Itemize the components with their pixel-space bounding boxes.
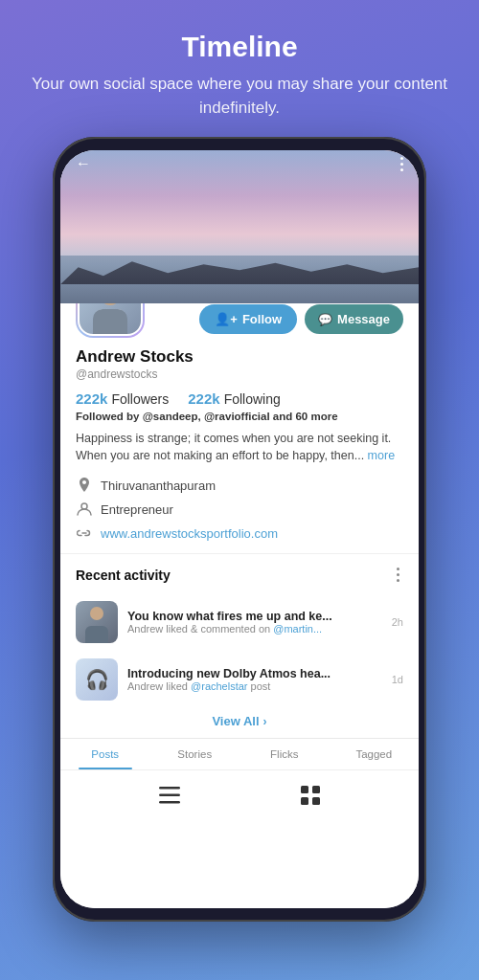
section-header: Recent activity xyxy=(76,554,403,593)
activity-title-1: You know what fires me up and ke... xyxy=(127,610,382,623)
page-header: Timeline Your own social space where you… xyxy=(0,0,479,137)
tab-posts[interactable]: Posts xyxy=(60,739,150,769)
activity-subtitle-2: Andrew liked @rachelstar post xyxy=(127,680,382,692)
avatar-head xyxy=(100,303,121,305)
action-buttons: 👤+ Follow 💬 Message xyxy=(154,304,403,334)
view-all-label: View All xyxy=(212,714,259,728)
message-button-label: Message xyxy=(337,312,390,326)
bio-text: Happiness is strange; it comes when you … xyxy=(76,432,391,463)
avatar-container xyxy=(76,303,145,338)
avatar xyxy=(78,303,143,336)
activity-time-2: 1d xyxy=(392,674,403,685)
tab-stories[interactable]: Stories xyxy=(150,739,240,769)
tp-body-1 xyxy=(85,626,108,643)
svg-rect-2 xyxy=(159,794,180,797)
occupation-text: Entrepreneur xyxy=(101,502,173,517)
stats-row: 222k Followers 222k Following xyxy=(76,390,403,407)
dot-1 xyxy=(400,157,403,160)
followers-label: Followers xyxy=(111,391,169,407)
svg-rect-6 xyxy=(301,797,308,805)
followed-by-text: Followed by @sandeep, @raviofficial and … xyxy=(76,411,338,422)
occupation-item: Entrepreneur xyxy=(76,501,403,518)
activity-thumb-1 xyxy=(76,601,118,643)
bio: Happiness is strange; it comes when you … xyxy=(76,430,403,466)
follow-button-label: Follow xyxy=(242,312,282,326)
following-label: Following xyxy=(224,391,281,407)
location-text: Thiruvananthapuram xyxy=(101,479,216,493)
status-bar: ← xyxy=(60,150,419,177)
options-dot-3 xyxy=(397,579,399,582)
activity-content-2: Introducing new Dolby Atmos hea... Andre… xyxy=(127,667,382,692)
website-item[interactable]: www.andrewstocksportfolio.com xyxy=(76,524,403,542)
followers-count: 222k xyxy=(76,390,107,407)
activity-time-1: 2h xyxy=(392,616,403,628)
tab-tagged[interactable]: Tagged xyxy=(330,739,420,769)
page-subtitle: Your own social space where you may shar… xyxy=(29,73,450,120)
activity-person-avatar-1 xyxy=(76,601,118,643)
following-stat[interactable]: 222k Following xyxy=(188,390,281,407)
tab-posts-label: Posts xyxy=(91,748,119,760)
following-count: 222k xyxy=(188,390,219,407)
cover-image: ← xyxy=(60,150,419,303)
tab-tagged-label: Tagged xyxy=(355,748,392,760)
dot-3 xyxy=(400,168,403,171)
location-item: Thiruvananthapuram xyxy=(76,477,403,494)
follow-person-icon: 👤+ xyxy=(215,312,238,326)
nav-menu-button[interactable] xyxy=(153,781,186,813)
svg-rect-5 xyxy=(312,786,320,793)
svg-rect-1 xyxy=(159,787,180,790)
tp-head-1 xyxy=(90,607,103,620)
activity-mention-1: @martin... xyxy=(273,623,322,635)
tab-flicks[interactable]: Flicks xyxy=(240,739,330,769)
options-dot-1 xyxy=(397,568,399,570)
info-list: Thiruvananthapuram Entrepreneur xyxy=(76,477,403,542)
activity-subtitle-1: Andrew liked & commented on @martin... xyxy=(127,623,382,635)
activity-thumb-2: 🎧 xyxy=(76,658,118,701)
avatar-body xyxy=(93,309,127,334)
nav-grid-button[interactable] xyxy=(295,780,326,814)
svg-rect-3 xyxy=(159,801,180,804)
page-title: Timeline xyxy=(29,31,450,63)
audio-thumb-icon: 🎧 xyxy=(76,658,118,701)
activity-item-1[interactable]: You know what fires me up and ke... Andr… xyxy=(76,593,403,651)
profile-tabs: Posts Stories Flicks Tagged xyxy=(60,738,419,769)
tab-flicks-label: Flicks xyxy=(270,748,298,760)
followed-by: Followed by @sandeep, @raviofficial and … xyxy=(76,411,403,422)
website-link[interactable]: www.andrewstocksportfolio.com xyxy=(101,526,278,541)
occupation-icon xyxy=(76,501,93,518)
activity-mention-2: @rachelstar xyxy=(191,680,247,692)
back-button[interactable]: ← xyxy=(76,155,91,172)
activity-title-2: Introducing new Dolby Atmos hea... xyxy=(127,667,382,680)
svg-rect-4 xyxy=(301,786,308,793)
profile-header: 👤+ Follow 💬 Message Andrew Stocks @andre… xyxy=(60,303,419,542)
profile-section[interactable]: 👤+ Follow 💬 Message Andrew Stocks @andre… xyxy=(60,303,419,908)
view-all-button[interactable]: View All › xyxy=(76,708,403,738)
avatar-actions-row: 👤+ Follow 💬 Message xyxy=(76,303,403,338)
chevron-right-icon: › xyxy=(263,715,267,728)
dot-2 xyxy=(400,163,403,166)
follow-button[interactable]: 👤+ Follow xyxy=(199,304,297,334)
phone-screen: ← xyxy=(60,150,419,908)
location-icon xyxy=(76,477,93,494)
message-icon: 💬 xyxy=(318,313,332,326)
svg-rect-7 xyxy=(312,797,320,805)
recent-activity-section: Recent activity xyxy=(60,553,419,738)
activity-content-1: You know what fires me up and ke... Andr… xyxy=(127,610,382,635)
message-button[interactable]: 💬 Message xyxy=(305,304,403,334)
bottom-nav xyxy=(60,769,419,828)
activity-options-button[interactable] xyxy=(393,564,403,586)
options-menu-button[interactable] xyxy=(400,157,403,171)
bio-more-link[interactable]: more xyxy=(368,449,395,462)
tab-stories-label: Stories xyxy=(177,748,212,760)
profile-handle: @andrewstocks xyxy=(76,368,403,381)
svg-point-0 xyxy=(81,503,87,509)
activity-item-2[interactable]: 🎧 Introducing new Dolby Atmos hea... And… xyxy=(76,651,403,708)
followers-stat[interactable]: 222k Followers xyxy=(76,390,169,407)
profile-name: Andrew Stocks xyxy=(76,347,403,367)
phone-mockup: ← xyxy=(53,137,426,922)
section-title: Recent activity xyxy=(76,568,171,583)
link-icon xyxy=(76,524,93,542)
options-dot-2 xyxy=(397,573,399,576)
